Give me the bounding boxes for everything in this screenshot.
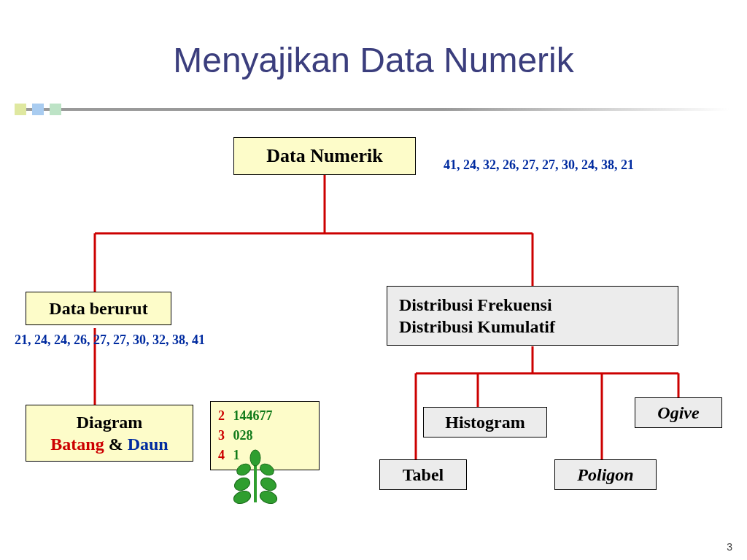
page-number: 3 bbox=[727, 541, 732, 553]
poligon-label: Poligon bbox=[577, 465, 633, 485]
svg-point-16 bbox=[259, 475, 279, 493]
box-data-berurut: Data berurut bbox=[26, 292, 171, 325]
box-ogive: Ogive bbox=[635, 397, 722, 428]
svg-point-13 bbox=[235, 462, 252, 478]
daun-text: Daun bbox=[128, 435, 169, 454]
histogram-label: Histogram bbox=[445, 413, 525, 432]
plant-icon bbox=[226, 448, 285, 509]
diagram-batang-daun-line1: Diagram bbox=[77, 411, 143, 433]
stemleaf-row-2: 3 028 bbox=[218, 426, 311, 446]
svg-rect-11 bbox=[254, 462, 257, 502]
stemleaf-row-1: 2 144677 bbox=[218, 406, 311, 426]
batang-text: Batang bbox=[50, 435, 104, 454]
diagram-batang-daun-line2: Batang & Daun bbox=[50, 433, 168, 455]
sorted-data-values: 21, 24, 24, 26, 27, 27, 30, 32, 38, 41 bbox=[15, 332, 205, 348]
root-box-label: Data Numerik bbox=[266, 145, 383, 167]
box-distribusi: Distribusi Frekuensi Distribusi Kumulati… bbox=[387, 286, 678, 346]
box-poligon: Poligon bbox=[554, 459, 657, 490]
tabel-label: Tabel bbox=[403, 465, 444, 485]
data-berurut-label: Data berurut bbox=[49, 299, 147, 319]
raw-data-values: 41, 24, 32, 26, 27, 27, 30, 24, 38, 21 bbox=[444, 158, 634, 173]
svg-point-18 bbox=[258, 489, 279, 505]
svg-point-14 bbox=[258, 462, 276, 478]
distribusi-line2: Distribusi Kumulatif bbox=[399, 316, 555, 338]
ogive-label: Ogive bbox=[657, 403, 699, 423]
slide-title: Menyajikan Data Numerik bbox=[0, 40, 747, 80]
root-box-data-numerik: Data Numerik bbox=[233, 137, 416, 175]
svg-point-17 bbox=[232, 489, 252, 505]
amp-text: & bbox=[104, 435, 128, 454]
distribusi-line1: Distribusi Frekuensi bbox=[399, 294, 552, 316]
box-histogram: Histogram bbox=[423, 407, 547, 438]
title-accent-bar bbox=[15, 108, 729, 111]
svg-point-12 bbox=[250, 450, 260, 466]
svg-point-15 bbox=[233, 475, 252, 493]
box-diagram-batang-daun: Diagram Batang & Daun bbox=[26, 405, 193, 462]
box-tabel: Tabel bbox=[379, 459, 467, 490]
